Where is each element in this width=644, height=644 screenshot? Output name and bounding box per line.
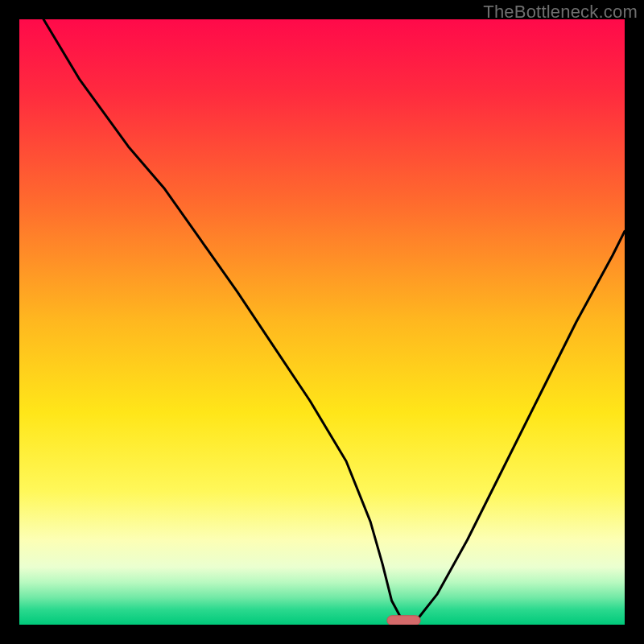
plot-area xyxy=(19,19,625,625)
gradient-background xyxy=(19,19,625,625)
bottleneck-chart xyxy=(19,19,625,625)
optimal-marker xyxy=(387,616,420,625)
chart-frame: TheBottleneck.com xyxy=(0,0,644,644)
watermark-text: TheBottleneck.com xyxy=(483,2,638,23)
